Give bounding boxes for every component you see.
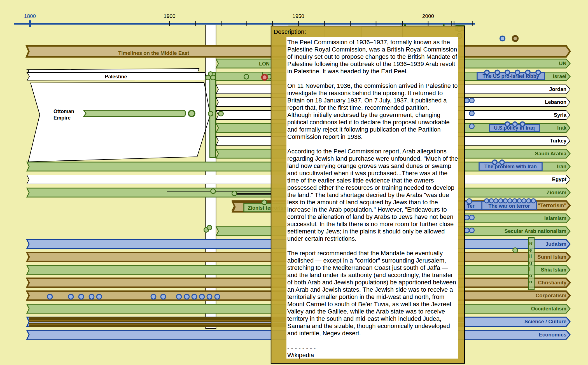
svg-text:"Terrorism": "Terrorism" — [538, 202, 566, 208]
svg-text:Islamism: Islamism — [544, 215, 566, 221]
svg-text:Description:: Description: — [274, 28, 306, 35]
svg-text:Judaism: Judaism — [545, 241, 566, 247]
svg-text:land now carrying orange grove: land now carrying orange groves was sand… — [287, 162, 451, 169]
svg-text:LON: LON — [259, 61, 270, 67]
svg-text:Shia Islam: Shia Islam — [541, 267, 566, 273]
svg-text:n: n — [529, 279, 532, 284]
svg-text:Christianity: Christianity — [538, 280, 566, 286]
svg-text:abolished — except in a "corri: abolished — except in a "corridor" surro… — [287, 257, 446, 264]
svg-text:possessed either the resources: possessed either the resources or traini… — [287, 184, 454, 191]
svg-text:UN: UN — [559, 60, 566, 66]
svg-text:The Peel Commission of 1936–19: The Peel Commission of 1936–1937, formal… — [287, 39, 450, 46]
svg-text:and the land under its authori: and the land under its authority (and ac… — [287, 272, 453, 279]
svg-text:territory in the south and mid: territory in the south and mid-east whic… — [287, 315, 441, 322]
svg-text:Science / Culture: Science / Culture — [524, 319, 566, 324]
svg-text:Saudi Arabia: Saudi Arabia — [535, 151, 567, 156]
svg-text:Wikipedia: Wikipedia — [287, 352, 314, 359]
svg-text:of Inquiry set out to propose: of Inquiry set out to propose changes to… — [287, 53, 457, 60]
svg-text:i: i — [529, 266, 531, 272]
svg-text:R: R — [529, 241, 533, 246]
svg-text:increase in the Arab populatio: increase in the Arab population." Howeve… — [287, 206, 447, 213]
svg-text:Britain on 18 January 1937. On: Britain on 18 January 1937. On 7 July, 1… — [287, 97, 447, 104]
svg-text:stretching to the Mediterranea: stretching to the Mediterranean Coast ju… — [287, 264, 448, 271]
svg-text:Commission report in 1938.: Commission report in 1938. — [287, 133, 363, 140]
svg-text:The problem with Iran: The problem with Iran — [484, 164, 537, 169]
svg-text:Zionism: Zionism — [547, 189, 566, 195]
svg-text:Lebanon: Lebanon — [545, 99, 566, 105]
svg-text:2000: 2000 — [422, 13, 434, 19]
svg-text:According to the Peel Commissi: According to the Peel Commission report,… — [287, 148, 447, 155]
svg-text:the land." The land shortage d: the land." The land shortage decried by … — [287, 191, 449, 198]
svg-text:successful. In the hills there: successful. In the hills there is no mor… — [287, 221, 454, 228]
svg-text:Valley and the Galilee, while: Valley and the Galilee, while the Arab s… — [287, 308, 445, 315]
svg-text:The report recommended that th: The report recommended that the Mandate … — [287, 250, 443, 257]
svg-text:under certain restrictions.: under certain restrictions. — [287, 235, 356, 242]
svg-text:Timelines on the Middle East: Timelines on the Middle East — [118, 50, 189, 56]
svg-text:Although initially endorsed by: Although initially endorsed by the gover… — [287, 111, 440, 118]
svg-text:Sunni Islam: Sunni Islam — [537, 254, 566, 260]
svg-text:g: g — [529, 260, 532, 265]
svg-text:territorially smaller portion: territorially smaller portion in the mid… — [287, 293, 444, 300]
svg-text:Egypt: Egypt — [552, 176, 566, 182]
svg-text:U.S.policy in Iraq: U.S.policy in Iraq — [494, 125, 535, 131]
svg-text:Ter: Ter — [467, 203, 475, 209]
svg-text:Ottoman: Ottoman — [53, 109, 74, 114]
svg-text:li: li — [529, 254, 532, 259]
svg-text:Jordan: Jordan — [549, 86, 566, 92]
svg-text:Palestine: Palestine — [105, 74, 127, 79]
svg-text:1800: 1800 — [24, 13, 36, 19]
svg-text:e: e — [529, 247, 532, 253]
svg-text:of both Arab and Jewish popula: of both Arab and Jewish populations) be … — [287, 279, 456, 286]
svg-text:Palestine following the outbre: Palestine following the outbreak of the … — [287, 60, 455, 67]
svg-text:regarding Jewish land purchase: regarding Jewish land purchase were unfo… — [287, 155, 458, 162]
svg-text:Iran: Iran — [557, 163, 566, 169]
svg-text:The US pro-Israel lobby: The US pro-Israel lobby — [482, 73, 539, 79]
svg-text:Economics: Economics — [539, 332, 566, 338]
svg-text:o: o — [529, 273, 532, 278]
svg-text:Empire: Empire — [53, 115, 71, 121]
svg-text:1900: 1900 — [164, 13, 175, 19]
svg-text:Mount Carmel to south of Be'er: Mount Carmel to south of Be'er Tuvia, as… — [287, 301, 451, 308]
svg-text:and uncultivated when it was p: and uncultivated when it was purchased..… — [287, 170, 447, 177]
svg-text:Samaria and the sizable, thoug: Samaria and the sizable, though economic… — [287, 322, 450, 329]
svg-text:Palestine Royal Commission, wa: Palestine Royal Commission, was a Britis… — [287, 46, 457, 53]
svg-text:an Arab and Jewish states. The: an Arab and Jewish states. The Jewish si… — [287, 286, 453, 293]
svg-text:Secular Arab nationalism: Secular Arab nationalism — [505, 228, 566, 234]
svg-text:- - - - - - - -: - - - - - - - - — [287, 344, 316, 351]
svg-text:Turkey: Turkey — [550, 138, 567, 144]
svg-text:1950: 1950 — [292, 13, 304, 19]
svg-text:less to the amount of land acq: less to the amount of land acquired by J… — [287, 199, 438, 206]
svg-text:The war on terror: The war on terror — [488, 203, 530, 209]
svg-text:report that, for the first tim: report that, for the first time, recomme… — [287, 104, 429, 111]
svg-text:Israel: Israel — [553, 73, 566, 79]
svg-text:political conditions led it to: political conditions led it to declare t… — [287, 119, 450, 126]
svg-text:Corporatism: Corporatism — [536, 293, 566, 298]
svg-text:investigate the reasons behind: investigate the reasons behind the upris… — [287, 90, 443, 97]
svg-text:time of the earlier sales litt: time of the earlier sales little evidenc… — [287, 177, 434, 184]
svg-text:and infertile, Negev desert.: and infertile, Negev desert. — [287, 330, 361, 337]
svg-text:settlement by Jews; in the pla: settlement by Jews; in the plains it sho… — [287, 228, 445, 235]
svg-text:Irak: Irak — [557, 125, 567, 131]
svg-text:Syria: Syria — [554, 112, 567, 118]
svg-text:On 11 November, 1936, the comm: On 11 November, 1936, the commission arr… — [287, 82, 458, 89]
svg-text:control the alienation of land: control the alienation of land by Arabs … — [287, 213, 453, 220]
svg-text:and formally reject it followi: and formally reject it following publica… — [287, 126, 441, 133]
svg-text:Occidentalism: Occidentalism — [531, 306, 566, 312]
svg-text:in Palestine. It was headed by: in Palestine. It was headed by the Earl … — [287, 68, 408, 75]
